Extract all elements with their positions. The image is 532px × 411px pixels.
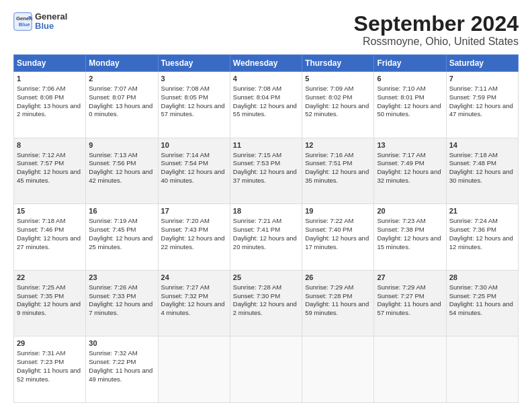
- title-block: September 2024 Rossmoyne, Ohio, United S…: [354, 12, 519, 48]
- calendar-week-row-4: 29Sunrise: 7:31 AMSunset: 7:23 PMDayligh…: [14, 336, 519, 403]
- calendar-cell: 24Sunrise: 7:27 AMSunset: 7:32 PMDayligh…: [158, 270, 230, 336]
- sunrise-text: Sunrise: 7:29 AM: [377, 283, 425, 291]
- daylight-text: Daylight: 12 hours and 47 minutes.: [449, 102, 513, 118]
- col-wednesday: Wednesday: [230, 55, 302, 72]
- sunset-text: Sunset: 8:02 PM: [305, 93, 352, 101]
- col-saturday: Saturday: [446, 55, 518, 72]
- day-number: 14: [449, 140, 515, 150]
- sunset-text: Sunset: 8:07 PM: [89, 93, 136, 101]
- calendar-cell: 8Sunrise: 7:12 AMSunset: 7:57 PMDaylight…: [14, 138, 86, 204]
- sunset-text: Sunset: 7:27 PM: [377, 292, 424, 300]
- calendar-cell: 10Sunrise: 7:14 AMSunset: 7:54 PMDayligh…: [158, 138, 230, 204]
- calendar-cell: 3Sunrise: 7:08 AMSunset: 8:05 PMDaylight…: [158, 72, 230, 138]
- calendar-cell: 26Sunrise: 7:29 AMSunset: 7:28 PMDayligh…: [302, 270, 374, 336]
- daylight-text: Daylight: 12 hours and 32 minutes.: [377, 168, 441, 184]
- sunrise-text: Sunrise: 7:31 AM: [17, 349, 65, 357]
- calendar-cell: [230, 336, 302, 403]
- calendar-cell: 16Sunrise: 7:19 AMSunset: 7:45 PMDayligh…: [86, 204, 158, 271]
- daylight-text: Daylight: 12 hours and 30 minutes.: [449, 168, 513, 184]
- sunrise-text: Sunrise: 7:24 AM: [449, 217, 498, 224]
- daylight-text: Daylight: 12 hours and 50 minutes.: [377, 102, 441, 118]
- calendar-cell: [158, 336, 230, 403]
- sunrise-text: Sunrise: 7:25 AM: [17, 283, 65, 291]
- calendar-cell: 27Sunrise: 7:29 AMSunset: 7:27 PMDayligh…: [374, 270, 446, 336]
- sunrise-text: Sunrise: 7:18 AM: [449, 151, 498, 158]
- calendar-cell: 14Sunrise: 7:18 AMSunset: 7:48 PMDayligh…: [446, 138, 518, 204]
- daylight-text: Daylight: 12 hours and 20 minutes.: [233, 234, 297, 250]
- logo-icon: General Blue: [13, 12, 32, 31]
- calendar-cell: 15Sunrise: 7:18 AMSunset: 7:46 PMDayligh…: [14, 204, 86, 271]
- col-thursday: Thursday: [302, 55, 374, 72]
- sunrise-text: Sunrise: 7:08 AM: [161, 85, 210, 92]
- sunset-text: Sunset: 7:32 PM: [161, 292, 208, 300]
- sunrise-text: Sunrise: 7:30 AM: [449, 283, 498, 291]
- calendar-cell: 13Sunrise: 7:17 AMSunset: 7:49 PMDayligh…: [374, 138, 446, 204]
- daylight-text: Daylight: 12 hours and 15 minutes.: [377, 234, 441, 250]
- sunset-text: Sunset: 8:05 PM: [161, 93, 208, 101]
- sunset-text: Sunset: 8:01 PM: [377, 93, 424, 101]
- sunset-text: Sunset: 7:48 PM: [449, 159, 496, 167]
- day-number: 6: [377, 74, 443, 84]
- daylight-text: Daylight: 12 hours and 35 minutes.: [305, 168, 369, 184]
- daylight-text: Daylight: 13 hours and 0 minutes.: [89, 102, 152, 118]
- sunset-text: Sunset: 7:40 PM: [305, 226, 352, 233]
- logo: General Blue General Blue: [13, 12, 67, 32]
- calendar-cell: 23Sunrise: 7:26 AMSunset: 7:33 PMDayligh…: [86, 270, 158, 336]
- sunrise-text: Sunrise: 7:17 AM: [377, 151, 425, 158]
- daylight-text: Daylight: 12 hours and 57 minutes.: [161, 102, 225, 118]
- day-number: 29: [17, 338, 83, 349]
- sunset-text: Sunset: 7:36 PM: [449, 226, 496, 233]
- day-number: 13: [377, 140, 443, 150]
- day-number: 18: [233, 206, 299, 216]
- sunrise-text: Sunrise: 7:20 AM: [161, 217, 210, 224]
- day-number: 28: [449, 273, 515, 283]
- svg-text:Blue: Blue: [19, 21, 31, 28]
- sunset-text: Sunset: 7:22 PM: [89, 358, 136, 365]
- sunset-text: Sunset: 7:59 PM: [449, 93, 496, 101]
- day-number: 20: [377, 206, 443, 216]
- calendar-cell: 2Sunrise: 7:07 AMSunset: 8:07 PMDaylight…: [86, 72, 158, 138]
- daylight-text: Daylight: 12 hours and 42 minutes.: [89, 168, 152, 184]
- sunrise-text: Sunrise: 7:14 AM: [161, 151, 210, 158]
- daylight-text: Daylight: 12 hours and 55 minutes.: [233, 102, 297, 118]
- day-number: 22: [17, 273, 83, 283]
- day-number: 23: [89, 273, 154, 283]
- day-number: 2: [89, 74, 154, 84]
- calendar-cell: 6Sunrise: 7:10 AMSunset: 8:01 PMDaylight…: [374, 72, 446, 138]
- daylight-text: Daylight: 12 hours and 22 minutes.: [161, 234, 225, 250]
- sunrise-text: Sunrise: 7:22 AM: [305, 217, 353, 224]
- sunset-text: Sunset: 7:25 PM: [449, 292, 496, 300]
- sunset-text: Sunset: 7:51 PM: [305, 159, 352, 167]
- day-number: 3: [161, 74, 227, 84]
- sunset-text: Sunset: 8:04 PM: [233, 93, 280, 101]
- sunrise-text: Sunrise: 7:29 AM: [305, 283, 353, 291]
- calendar-cell: 4Sunrise: 7:08 AMSunset: 8:04 PMDaylight…: [230, 72, 302, 138]
- sunset-text: Sunset: 7:53 PM: [233, 159, 280, 167]
- day-number: 1: [17, 74, 83, 84]
- day-number: 30: [89, 338, 154, 349]
- day-number: 8: [17, 140, 83, 150]
- sunrise-text: Sunrise: 7:18 AM: [17, 217, 65, 224]
- day-number: 25: [233, 273, 299, 283]
- sunrise-text: Sunrise: 7:19 AM: [89, 217, 137, 224]
- calendar-cell: 17Sunrise: 7:20 AMSunset: 7:43 PMDayligh…: [158, 204, 230, 271]
- day-number: 5: [305, 74, 371, 84]
- daylight-text: Daylight: 12 hours and 40 minutes.: [161, 168, 225, 184]
- daylight-text: Daylight: 11 hours and 57 minutes.: [377, 300, 441, 316]
- sunrise-text: Sunrise: 7:13 AM: [89, 151, 137, 158]
- sunrise-text: Sunrise: 7:32 AM: [89, 349, 137, 357]
- sunrise-text: Sunrise: 7:08 AM: [233, 85, 281, 92]
- page: General Blue General Blue September 2024…: [0, 0, 532, 411]
- sunset-text: Sunset: 7:41 PM: [233, 226, 280, 233]
- calendar-cell: [446, 336, 518, 403]
- daylight-text: Daylight: 12 hours and 17 minutes.: [305, 234, 369, 250]
- sunrise-text: Sunrise: 7:07 AM: [89, 85, 137, 92]
- daylight-text: Daylight: 12 hours and 7 minutes.: [89, 300, 152, 316]
- sunset-text: Sunset: 7:54 PM: [161, 159, 208, 167]
- calendar-cell: 18Sunrise: 7:21 AMSunset: 7:41 PMDayligh…: [230, 204, 302, 271]
- calendar-cell: [374, 336, 446, 403]
- col-friday: Friday: [374, 55, 446, 72]
- calendar-cell: 22Sunrise: 7:25 AMSunset: 7:35 PMDayligh…: [14, 270, 86, 336]
- sunrise-text: Sunrise: 7:26 AM: [89, 283, 137, 291]
- calendar-cell: 12Sunrise: 7:16 AMSunset: 7:51 PMDayligh…: [302, 138, 374, 204]
